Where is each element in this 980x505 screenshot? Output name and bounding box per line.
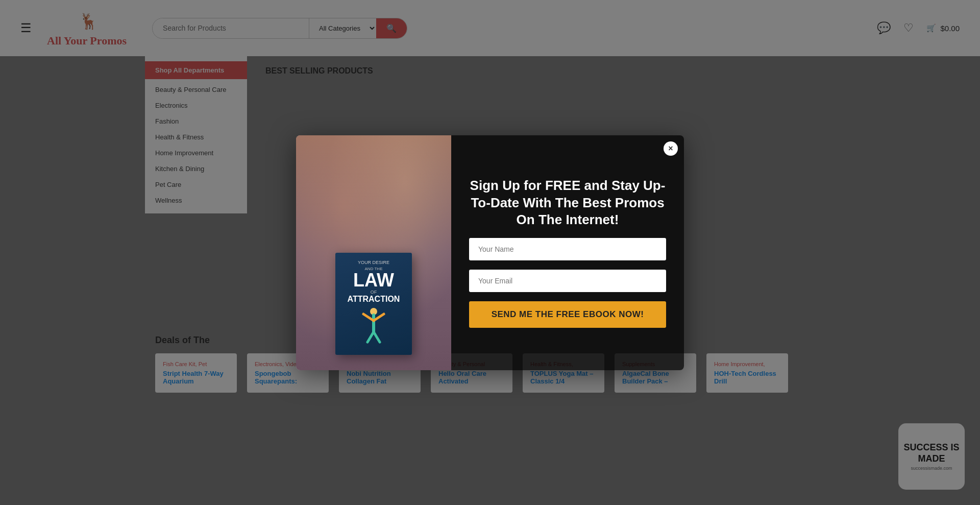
book-cover: YOUR DESIRE AND THE LAW OF ATTRACTION <box>335 253 412 355</box>
svg-line-6 <box>374 332 380 342</box>
book-your-desire: YOUR DESIRE <box>358 260 389 265</box>
name-input[interactable] <box>469 238 666 260</box>
submit-button[interactable]: SEND ME THE FREE EBOOK NOW! <box>469 301 666 328</box>
book-attraction: ATTRACTION <box>348 295 400 304</box>
modal-close-button[interactable]: × <box>664 141 678 156</box>
book-figure-icon <box>358 306 389 347</box>
book-law: LAW <box>353 271 394 290</box>
book-of: OF <box>371 290 377 295</box>
modal-headline: Sign Up for FREE and Stay Up-To-Date Wit… <box>469 177 666 229</box>
modal-left-panel: YOUR DESIRE AND THE LAW OF ATTRACTION <box>296 135 451 370</box>
svg-line-5 <box>368 332 374 342</box>
modal-overlay[interactable]: × YOUR DESIRE AND THE LAW OF ATTRACTION <box>0 0 980 505</box>
modal: × YOUR DESIRE AND THE LAW OF ATTRACTION <box>296 135 684 370</box>
email-input[interactable] <box>469 270 666 292</box>
modal-right-panel: Sign Up for FREE and Stay Up-To-Date Wit… <box>451 135 684 370</box>
